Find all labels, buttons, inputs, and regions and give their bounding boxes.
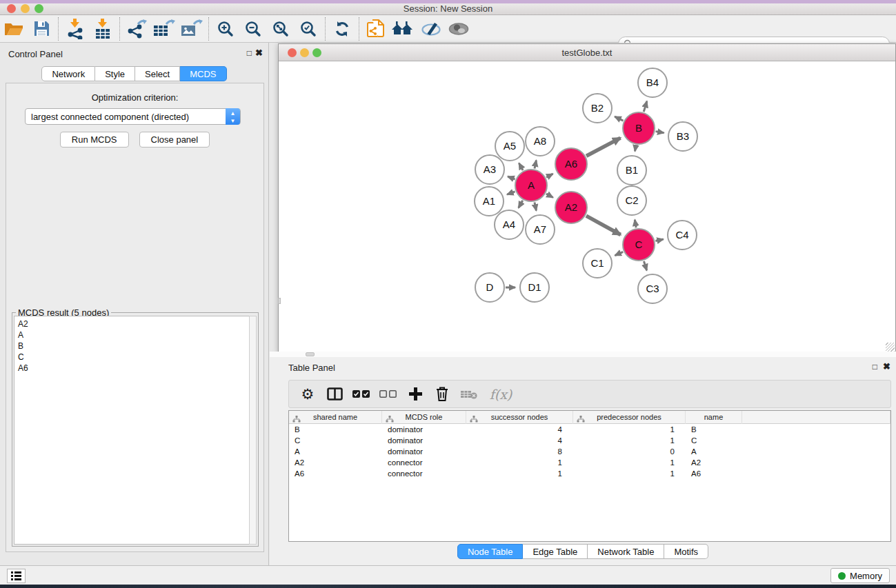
close-panel-icon[interactable]: ✖ (883, 361, 890, 372)
zoom-in-icon[interactable] (212, 17, 239, 41)
tab-network[interactable]: Network (41, 66, 95, 81)
close-panel-button[interactable]: Close panel (139, 132, 210, 148)
zoom-selected-icon[interactable] (295, 17, 322, 41)
table-cell[interactable]: A6 (289, 468, 382, 479)
node-A7[interactable]: A7 (526, 215, 555, 244)
criterion-select[interactable]: largest connected component (directed) ▲… (25, 108, 241, 125)
table-cell[interactable]: A (686, 446, 742, 457)
table-cell[interactable]: dominator (382, 424, 466, 435)
zoom-out-icon[interactable] (239, 17, 267, 41)
node-A2[interactable]: A2 (555, 192, 587, 223)
edge-A-A5[interactable] (519, 163, 523, 170)
table-cell[interactable]: 1 (573, 435, 686, 446)
edge-A-A7[interactable] (535, 202, 536, 210)
node-D1[interactable]: D1 (520, 273, 549, 302)
column-header-successor-nodes[interactable]: successor nodes (466, 411, 573, 424)
node-C3[interactable]: C3 (638, 274, 667, 303)
tab-style[interactable]: Style (95, 66, 135, 81)
tab-mcds[interactable]: MCDS (180, 66, 226, 81)
table-cell[interactable]: A (289, 446, 382, 457)
float-panel-icon[interactable]: □ (247, 48, 252, 58)
edge-A-A3[interactable] (508, 176, 515, 179)
table-cell[interactable]: 1 (466, 468, 573, 479)
show-hide-panel-icon[interactable] (445, 17, 472, 41)
node-A5[interactable]: A5 (495, 132, 524, 161)
edge-A2-C[interactable] (586, 216, 621, 234)
table-cell[interactable]: connector (382, 468, 466, 479)
refresh-view-icon[interactable] (328, 17, 356, 41)
table-cell[interactable]: A6 (686, 468, 742, 479)
table-row[interactable]: A6connector11A6 (289, 468, 890, 479)
add-column-icon[interactable] (405, 383, 426, 406)
table-cell[interactable]: C (686, 435, 742, 446)
result-list-item[interactable]: A6 (18, 363, 246, 374)
close-panel-icon[interactable]: ✖ (255, 48, 263, 58)
node-B4[interactable]: B4 (638, 68, 667, 97)
toggle-styles-icon[interactable] (417, 17, 445, 41)
edge-B-B4[interactable] (644, 101, 647, 112)
edge-A-A6[interactable] (546, 174, 552, 177)
zoom-fit-icon[interactable] (267, 17, 295, 41)
unselect-all-columns-icon[interactable] (378, 383, 399, 406)
import-table-icon[interactable] (89, 17, 117, 41)
edge-B-B2[interactable] (615, 116, 623, 121)
run-mcds-button[interactable]: Run MCDS (60, 132, 129, 148)
table-cell[interactable]: dominator (382, 446, 466, 457)
result-list-item[interactable]: B (18, 341, 246, 352)
table-cell[interactable]: 1 (573, 457, 686, 468)
node-C4[interactable]: C4 (668, 221, 697, 250)
edge-A-A4[interactable] (519, 201, 523, 208)
window-edge-grip[interactable] (278, 298, 281, 304)
task-history-button[interactable] (7, 569, 26, 583)
export-image-icon[interactable] (178, 17, 206, 41)
node-C2[interactable]: C2 (617, 186, 646, 215)
clone-network-icon[interactable] (362, 17, 390, 41)
network-window-titlebar[interactable]: testGlobe.txt (279, 44, 895, 61)
column-header-predecessor-nodes[interactable]: predecessor nodes (573, 411, 686, 424)
node-B3[interactable]: B3 (668, 122, 697, 151)
column-header-shared-name[interactable]: shared name (289, 411, 382, 424)
open-session-icon[interactable] (0, 17, 28, 41)
node-A6[interactable]: A6 (555, 148, 587, 180)
table-cell[interactable]: A2 (686, 457, 742, 468)
table-row[interactable]: Bdominator41B (289, 424, 890, 435)
result-list-item[interactable]: A (18, 330, 246, 341)
table-row[interactable]: A2connector11A2 (289, 457, 890, 468)
node-B[interactable]: B (623, 112, 655, 144)
node-B1[interactable]: B1 (617, 156, 646, 185)
table-cell[interactable]: 4 (466, 435, 573, 446)
float-panel-icon[interactable]: □ (873, 362, 877, 372)
tab-select[interactable]: Select (135, 66, 180, 81)
table-cell[interactable]: 1 (573, 468, 686, 479)
export-network-icon[interactable] (123, 17, 150, 41)
edge-A6-B[interactable] (586, 138, 620, 156)
network-canvas[interactable]: B4B2BB3A8A5A6A3B1AC2A1A2A4A7C4CC1DD1C3 (279, 61, 895, 352)
column-header-name[interactable]: name (686, 411, 742, 424)
node-A4[interactable]: A4 (495, 210, 524, 239)
table-row[interactable]: Adominator80A (289, 446, 890, 457)
table-cell[interactable]: C (289, 435, 382, 446)
result-list-item[interactable]: C (18, 352, 246, 363)
result-list-item[interactable]: A2 (18, 318, 246, 330)
import-network-icon[interactable] (61, 17, 89, 41)
table-cell[interactable]: B (686, 424, 742, 435)
node-A3[interactable]: A3 (475, 155, 504, 184)
node-table[interactable]: shared nameMCDS rolesuccessor nodesprede… (288, 410, 891, 542)
edge-A-A1[interactable] (507, 192, 515, 194)
edge-B-B3[interactable] (656, 132, 664, 133)
node-A8[interactable]: A8 (526, 127, 555, 156)
node-A[interactable]: A (515, 170, 547, 201)
column-header-MCDS-role[interactable]: MCDS role (382, 411, 466, 424)
node-B2[interactable]: B2 (583, 94, 612, 123)
table-cell[interactable]: 1 (466, 457, 573, 468)
tab-network-table[interactable]: Network Table (588, 544, 664, 559)
node-C1[interactable]: C1 (583, 249, 612, 278)
edge-A-A2[interactable] (546, 194, 553, 197)
table-cell[interactable]: connector (382, 457, 466, 468)
node-A1[interactable]: A1 (475, 187, 504, 216)
show-all-networks-icon[interactable] (390, 17, 417, 41)
table-cell[interactable]: B (289, 424, 382, 435)
settings-gear-icon[interactable]: ⚙ (297, 383, 318, 406)
result-scrollbar[interactable] (249, 316, 257, 545)
export-table-icon[interactable] (150, 17, 178, 41)
